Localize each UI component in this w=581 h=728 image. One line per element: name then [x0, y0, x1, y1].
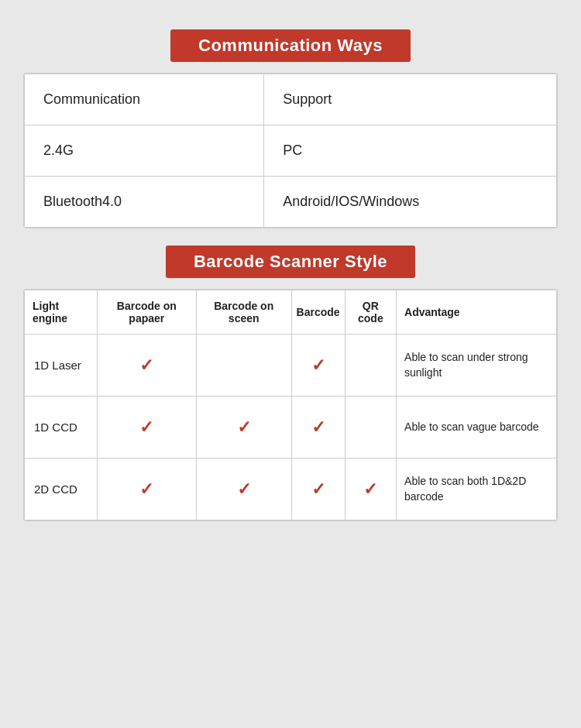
barcode-row3-engine: 2D CCD	[25, 458, 98, 520]
barcode-row3-advantage: Able to scan both 1D&2D barcode	[397, 458, 557, 520]
barcode-header-col5: Advantage	[397, 290, 557, 335]
barcode-table: Light engine Barcode on papaer Barcode o…	[24, 290, 557, 520]
comm-table: Communication Support 2.4G PC Bluetooth4…	[24, 74, 557, 228]
barcode-row3-col3: ✓	[291, 458, 345, 520]
barcode-row1-engine: 1D Laser	[25, 335, 98, 397]
barcode-header-col2: Barcode on sceen	[196, 290, 291, 335]
barcode-header-col0: Light engine	[25, 290, 98, 335]
barcode-row-3: 2D CCD ✓ ✓ ✓ ✓ Able to scan both 1D&2D b…	[25, 458, 557, 520]
check-icon: ✓	[311, 479, 325, 499]
barcode-header-row: Light engine Barcode on papaer Barcode o…	[25, 290, 557, 335]
barcode-row2-col4	[345, 397, 396, 458]
check-icon: ✓	[311, 417, 325, 437]
section2-title: Barcode Scanner Style	[166, 246, 415, 278]
barcode-header-col1: Barcode on papaer	[97, 290, 196, 335]
section1-title: Communication Ways	[170, 29, 411, 62]
check-icon: ✓	[363, 479, 377, 499]
check-icon: ✓	[311, 355, 325, 375]
barcode-row1-col3: ✓	[291, 335, 345, 397]
barcode-row2-col3: ✓	[291, 397, 345, 458]
check-icon: ✓	[139, 355, 153, 375]
barcode-row3-col4: ✓	[345, 458, 396, 520]
barcode-row1-col1: ✓	[97, 335, 196, 397]
barcode-row3-col1: ✓	[97, 458, 196, 520]
barcode-row-1: 1D Laser ✓ ✓ Able to scan under strong s…	[25, 335, 557, 397]
barcode-header-col3: Barcode	[291, 290, 345, 335]
comm-row-1: 2.4G PC	[25, 125, 557, 177]
barcode-row2-engine: 1D CCD	[25, 397, 98, 458]
check-icon: ✓	[139, 417, 153, 437]
comm-row-2: Bluetooth4.0 Android/IOS/Windows	[25, 177, 557, 228]
comm-table-wrapper: Communication Support 2.4G PC Bluetooth4…	[23, 73, 558, 228]
barcode-row3-col2: ✓	[196, 458, 291, 520]
barcode-row1-col4	[345, 335, 396, 397]
barcode-table-wrapper: Light engine Barcode on papaer Barcode o…	[23, 289, 558, 521]
comm-row2-col2: Android/IOS/Windows	[264, 177, 557, 228]
comm-header-row: Communication Support	[25, 74, 557, 125]
barcode-row2-col2: ✓	[196, 397, 291, 458]
comm-row2-col1: Bluetooth4.0	[25, 177, 264, 228]
barcode-row1-advantage: Able to scan under strong sunlight	[397, 335, 557, 397]
barcode-row1-col2	[196, 335, 291, 397]
section1-title-container: Communication Ways	[23, 29, 558, 62]
barcode-row2-advantage: Able to scan vague barcode	[397, 397, 557, 458]
check-icon: ✓	[139, 479, 153, 499]
barcode-header-col4: QR code	[345, 290, 396, 335]
comm-header-col2: Support	[264, 74, 557, 125]
barcode-row-2: 1D CCD ✓ ✓ ✓ Able to scan vague barcode	[25, 397, 557, 458]
section2-title-container: Barcode Scanner Style	[23, 246, 558, 278]
check-icon: ✓	[237, 479, 251, 499]
check-icon: ✓	[237, 417, 251, 437]
comm-row1-col2: PC	[264, 125, 557, 177]
comm-row1-col1: 2.4G	[25, 125, 264, 177]
barcode-row2-col1: ✓	[97, 397, 196, 458]
comm-header-col1: Communication	[25, 74, 264, 125]
